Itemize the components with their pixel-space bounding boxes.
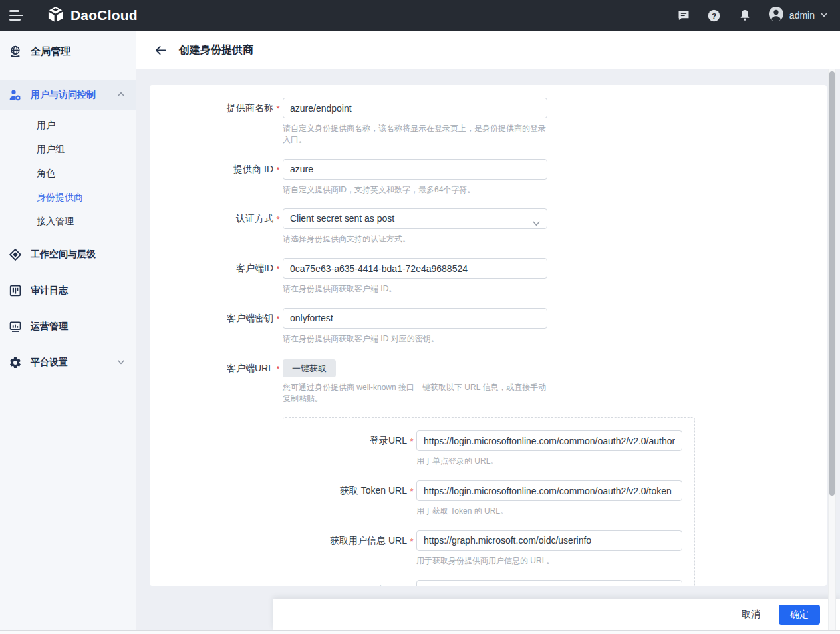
required-mark: * xyxy=(273,308,283,345)
provider-name-input[interactable] xyxy=(283,98,547,118)
field-hint: 请自定义身份提供商名称，该名称将显示在登录页上，是身份提供商的登录入口。 xyxy=(283,123,547,146)
workspace-icon xyxy=(9,248,22,261)
sidebar-item-user-groups[interactable]: 用户组 xyxy=(0,137,136,161)
menu-icon[interactable] xyxy=(9,9,25,22)
field-hint: 用于获取 Token 的 URL。 xyxy=(416,506,682,517)
sidebar-group-label: 用户与访问控制 xyxy=(31,89,96,101)
auth-method-select[interactable]: Client secret sent as post xyxy=(283,208,547,229)
globe-icon xyxy=(9,45,22,59)
svg-text:?: ? xyxy=(712,11,716,20)
chevron-up-icon xyxy=(117,90,125,100)
page-header: 创建身份提供商 xyxy=(136,31,840,69)
required-mark: * xyxy=(273,258,283,295)
message-icon[interactable] xyxy=(676,8,691,23)
user-gear-icon xyxy=(9,88,22,102)
field-label: 登录URL xyxy=(283,430,407,467)
field-label: 登出 URL xyxy=(283,580,407,586)
field-label: 客户端密钥 xyxy=(150,308,273,345)
field-hint: 请在身份提供商获取客户端 ID。 xyxy=(283,283,547,295)
user-menu[interactable]: admin xyxy=(768,6,828,25)
sidebar-item-label: 审计日志 xyxy=(31,285,68,297)
bell-icon[interactable] xyxy=(738,8,752,23)
field-provider-id: 提供商 ID * 请自定义提供商ID，支持英文和数字，最多64个字符。 xyxy=(150,159,827,196)
field-label: 提供商 ID xyxy=(150,159,273,196)
field-client-url: 客户端URL * 一键获取 您可通过身份提供商 well-known 接口一键获… xyxy=(150,358,827,404)
one-click-fetch-button[interactable]: 一键获取 xyxy=(283,359,336,377)
sidebar-item-roles[interactable]: 角色 xyxy=(0,161,136,185)
sidebar-item-operations-management[interactable]: 运营管理 xyxy=(0,311,136,342)
brand-name: DaoCloud xyxy=(70,7,138,23)
main-area: 创建身份提供商 提供商名称 * 请自定义身份提供商名称，该名称将显示在登录页上，… xyxy=(136,31,840,634)
required-mark: * xyxy=(273,98,283,146)
required-mark: * xyxy=(273,159,283,196)
login-url-input[interactable] xyxy=(416,430,682,451)
field-hint: 用于单点登录的 URL。 xyxy=(416,456,682,467)
sidebar: 全局管理 用户与访问控制 用户 用户组 角色 身份提供商 接入管理 xyxy=(0,31,136,634)
vertical-scrollbar-thumb[interactable] xyxy=(829,71,835,496)
form-footer: 取消 确定 xyxy=(273,599,840,630)
sidebar-item-users[interactable]: 用户 xyxy=(0,113,136,137)
sidebar-item-identity-providers[interactable]: 身份提供商 xyxy=(0,185,136,209)
topbar: DaoCloud ? xyxy=(0,0,840,31)
cube-logo-icon xyxy=(47,5,65,26)
logout-url-input[interactable] xyxy=(416,580,682,586)
token-url-input[interactable] xyxy=(416,480,682,501)
audit-log-icon xyxy=(9,284,22,297)
client-secret-input[interactable] xyxy=(283,308,547,329)
field-userinfo-url: 获取用户信息 URL * 用于获取身份提供商用户信息的 URL。 xyxy=(283,530,694,567)
sidebar-item-label: 全局管理 xyxy=(31,45,70,58)
sidebar-item-label: 工作空间与层级 xyxy=(31,249,96,261)
field-login-url: 登录URL * 用于单点登录的 URL。 xyxy=(283,430,694,467)
field-hint: 请选择身份提供商支持的认证方式。 xyxy=(283,234,547,245)
required-mark: * xyxy=(273,208,283,245)
field-logout-url: 登出 URL 用于单点登出的 URL。 xyxy=(283,580,694,586)
selected-value: Client secret sent as post xyxy=(290,213,394,224)
chevron-down-icon xyxy=(820,9,828,21)
scroll-content: 提供商名称 * 请自定义身份提供商名称，该名称将显示在登录页上，是身份提供商的登… xyxy=(136,69,840,599)
field-label: 获取 Token URL xyxy=(283,480,407,517)
sidebar-item-audit-logs[interactable]: 审计日志 xyxy=(0,275,136,306)
required-mark: * xyxy=(407,430,416,467)
brand-logo[interactable]: DaoCloud xyxy=(47,5,138,26)
field-label: 提供商名称 xyxy=(150,98,273,146)
field-hint: 用于获取身份提供商用户信息的 URL。 xyxy=(416,555,682,567)
operations-icon xyxy=(9,320,22,333)
confirm-button[interactable]: 确定 xyxy=(779,605,820,625)
vertical-scrollbar-track xyxy=(828,69,836,630)
field-hint: 请在身份提供商获取客户端 ID 对应的密钥。 xyxy=(283,333,547,345)
required-mark: * xyxy=(407,530,416,567)
field-label: 客户端URL xyxy=(150,358,273,404)
field-client-id: 客户端ID * 请在身份提供商获取客户端 ID。 xyxy=(150,258,827,295)
field-client-secret: 客户端密钥 * 请在身份提供商获取客户端 ID 对应的密钥。 xyxy=(150,308,827,345)
sidebar-group-label: 平台设置 xyxy=(31,357,68,369)
username-label: admin xyxy=(789,10,815,21)
cancel-button[interactable]: 取消 xyxy=(739,605,763,625)
client-id-input[interactable] xyxy=(283,258,547,279)
back-arrow-icon[interactable] xyxy=(153,43,168,57)
form-card: 提供商名称 * 请自定义身份提供商名称，该名称将显示在登录页上，是身份提供商的登… xyxy=(150,85,827,586)
field-label: 认证方式 xyxy=(150,208,273,245)
sidebar-item-global-management[interactable]: 全局管理 xyxy=(0,31,136,73)
bottom-strip xyxy=(0,630,840,634)
sidebar-submenu: 用户 用户组 角色 身份提供商 接入管理 xyxy=(0,110,136,234)
sidebar-group-users-access-control[interactable]: 用户与访问控制 xyxy=(0,80,136,110)
chevron-down-icon xyxy=(532,215,541,234)
userinfo-url-input[interactable] xyxy=(416,530,682,551)
sidebar-item-workspace-hierarchy[interactable]: 工作空间与层级 xyxy=(0,239,136,270)
page-title: 创建身份提供商 xyxy=(179,43,253,57)
sidebar-item-label: 运营管理 xyxy=(31,321,68,333)
avatar-icon xyxy=(768,6,784,25)
gear-icon xyxy=(9,356,22,369)
required-mark: * xyxy=(273,358,283,404)
sidebar-group-platform-settings[interactable]: 平台设置 xyxy=(0,347,136,378)
field-auth-method: 认证方式 * Client secret sent as post 请选择身份提… xyxy=(150,208,827,245)
field-hint: 请自定义提供商ID，支持英文和数字，最多64个字符。 xyxy=(283,184,547,196)
field-provider-name: 提供商名称 * 请自定义身份提供商名称，该名称将显示在登录页上，是身份提供商的登… xyxy=(150,98,827,146)
field-token-url: 获取 Token URL * 用于获取 Token 的 URL。 xyxy=(283,480,694,517)
field-label: 客户端ID xyxy=(150,258,273,295)
help-icon[interactable]: ? xyxy=(707,8,722,23)
required-mark: * xyxy=(407,480,416,517)
sidebar-item-access-management[interactable]: 接入管理 xyxy=(0,209,136,233)
chevron-down-icon xyxy=(117,357,125,368)
provider-id-input[interactable] xyxy=(283,159,547,180)
